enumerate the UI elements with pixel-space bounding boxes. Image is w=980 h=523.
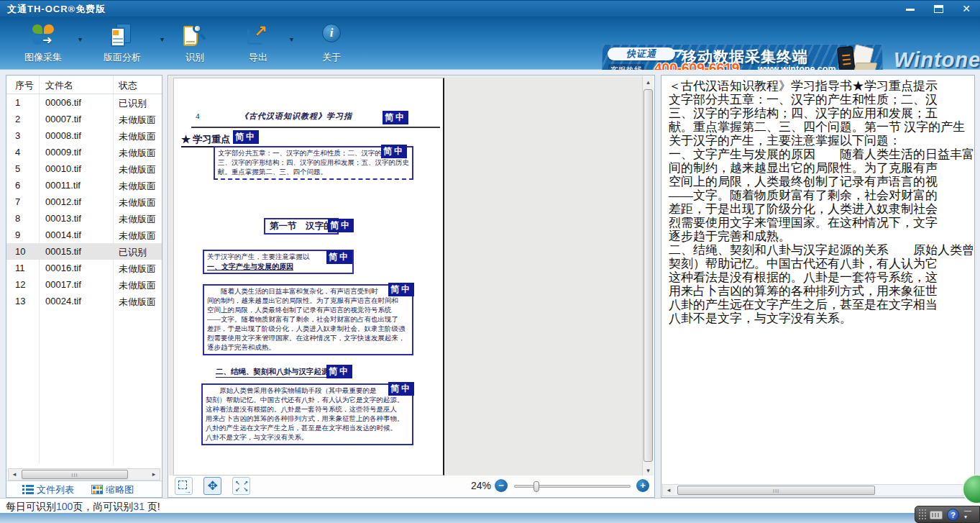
scrollbar-thumb[interactable] — [677, 486, 875, 495]
scan-line: 烈需要使用文字来管理国家。在这种情况下，文字快速发展起来， — [207, 334, 409, 343]
ocr-line: 空间上的局限，人类最终创制了记录有声语言的视 — [669, 175, 938, 188]
ocr-line: 一、文字产生与发展的原因 — [669, 147, 815, 161]
title-bar[interactable]: 文通TH-OCR®免费版 ✕ — [0, 0, 980, 17]
file-row[interactable]: 1300024.tif未做版面 — [6, 293, 162, 309]
scroll-up-icon[interactable]: ▴ — [643, 76, 654, 88]
file-row[interactable]: 200007.tif未做版面 — [6, 111, 162, 127]
file-name: 00013.tif — [45, 213, 81, 224]
image-capture-label: 图像采集 — [16, 51, 70, 64]
page-heading2: 二、结绳、契刻和八卦与汉字起源 — [216, 367, 329, 378]
ocr-result-panel: ＜古代汉语知识教程》学习指导书★学习重点提示文字部分共五章：一、汉字的产生和性质… — [661, 75, 975, 498]
file-no: 1 — [15, 97, 20, 108]
file-row[interactable]: 1000015.tif已识别 — [6, 243, 162, 260]
ocr-region[interactable]: 原始人类曾采用各种实物辅助手段（其中最重要的是契刻）帮助记忆。中国古代还有八卦，… — [201, 383, 413, 445]
ocr-line: 三、汉字的字形结构；四、汉字的应用和发展；五 — [669, 106, 938, 120]
scroll-left-icon[interactable]: ◂ — [663, 485, 674, 496]
scroll-down-icon[interactable]: ▾ — [643, 465, 654, 476]
app-title: 文通TH-OCR®免费版 — [7, 3, 106, 16]
help-icon[interactable]: ? — [947, 509, 959, 521]
about-button[interactable]: i 关于 — [308, 22, 355, 67]
ocr-line: 逐步趋于完善和成熟。 — [669, 229, 791, 243]
file-name: 00024.tif — [45, 296, 81, 306]
scroll-left-icon[interactable]: ◂ — [9, 469, 20, 480]
file-status: 未做版面 — [119, 163, 156, 176]
thumbnail-grid-icon — [91, 485, 103, 494]
document-page[interactable]: 4 《古代汉语知识教程》学习指 简中 ★ 学习重点 简中 文字部分共五章：一、汉… — [173, 78, 444, 476]
file-table-body: 100006.tif已识别200007.tif未做版面300008.tif未做版… — [6, 94, 162, 309]
scroll-right-icon[interactable]: ▸ — [148, 469, 160, 480]
region-type-label: 简中 — [383, 111, 408, 124]
ocr-line: 烈需要使用文字来管理国家。在这种情况下，文字 — [669, 216, 938, 229]
tab-thumbnails[interactable]: 缩略图 — [91, 483, 134, 497]
image-capture-button[interactable]: ➜ 图像采集 ▾ — [16, 22, 70, 67]
ocr-text-area[interactable]: ＜古代汉语知识教程》学习指导书★学习重点提示文字部分共五章：一、汉字的产生和性质… — [662, 76, 974, 483]
file-row[interactable]: 900014.tif未做版面 — [6, 227, 162, 243]
ocr-line: 用来占卜吉凶的算筹的各种排列方式，用来象征世 — [669, 284, 938, 298]
file-status: 已识别 — [119, 246, 147, 259]
layout-analysis-button[interactable]: 版面分析 ▾ — [93, 22, 151, 67]
tab-file-list[interactable]: 文件列表 — [22, 483, 74, 497]
zoom-in-button[interactable]: + — [636, 479, 649, 492]
ad-brand-logo: 快证通 — [608, 47, 675, 60]
file-row[interactable]: 100006.tif已识别 — [6, 94, 162, 111]
minimize-button[interactable] — [900, 2, 920, 16]
fit-to-window-button[interactable]: ↖↗ ↙↘ — [232, 477, 250, 495]
scrollbar-thumb[interactable] — [644, 89, 653, 462]
about-info-icon: i — [322, 24, 341, 42]
file-row[interactable]: 600011.tif未做版面 — [6, 177, 162, 194]
preview-vscrollbar[interactable]: ▴ ▾ — [642, 76, 654, 476]
page-section-title[interactable]: 第一节 汉字的 — [264, 218, 339, 235]
scan-line: 随着人类生活的日益丰富和复杂化，有声语言受到时 — [207, 287, 409, 296]
column-header-filename[interactable]: 文件名 — [45, 79, 73, 92]
file-row[interactable]: 500010.tif未做版面 — [6, 160, 162, 177]
export-dropdown-icon[interactable]: ▾ — [290, 35, 293, 43]
file-row[interactable]: 300008.tif未做版面 — [6, 127, 162, 144]
file-no: 12 — [15, 279, 25, 290]
close-button[interactable]: ✕ — [956, 2, 976, 16]
ocr-region[interactable]: 随着人类生活的日益丰富和复杂化，有声语言受到时间的制约，越来越显出它的局限性。为… — [203, 284, 413, 355]
file-list-hscrollbar[interactable]: ◂ ▸ — [8, 468, 160, 481]
scrollbar-thumb[interactable] — [22, 470, 128, 479]
layout-analysis-label: 版面分析 — [93, 51, 151, 64]
workspace: 序号 文件名 状态 100006.tif已识别200007.tif未做版面300… — [0, 70, 980, 498]
ocr-line: 原始人类曾采用各种实物辅助手段（其中最重 — [889, 243, 974, 257]
file-row[interactable]: 800013.tif未做版面 — [6, 210, 162, 227]
file-row[interactable]: 1100016.tif未做版面 — [6, 260, 162, 276]
file-panel-tabs: 文件列表 缩略图 — [6, 481, 162, 497]
region-type-label: 简中 — [233, 130, 259, 144]
preview-viewport[interactable]: 4 《古代汉语知识教程》学习指 简中 ★ 学习重点 简中 文字部分共五章：一、汉… — [169, 76, 643, 476]
file-name: 00010.tif — [45, 163, 81, 174]
file-row[interactable]: 1200017.tif未做版面 — [6, 276, 162, 293]
select-region-button[interactable]: → — [175, 477, 193, 495]
zoom-out-button[interactable]: − — [495, 479, 508, 492]
page-header-title: 《古代汉语知识教程》学习指 — [240, 111, 352, 122]
export-button[interactable]: ↗ 导出 ▾ — [234, 22, 282, 67]
file-no: 8 — [15, 213, 20, 224]
scan-line: 这种看法是没有根据的。八卦是一套符号系统，这些符号是巫人 — [206, 405, 409, 414]
language-bar[interactable]: ? — ▾ — [915, 506, 980, 523]
column-header-no[interactable]: 序号 — [15, 79, 34, 92]
recognize-button[interactable]: 识别 — [173, 22, 217, 67]
image-capture-dropdown-icon[interactable]: ▾ — [78, 35, 82, 43]
layout-analysis-dropdown-icon[interactable]: ▾ — [160, 35, 164, 43]
window-bottom-border — [0, 513, 980, 523]
scan-line: 八卦的产生远在文字产生之后，甚至是在文字相当发达的时候。 — [206, 424, 409, 433]
zoom-slider-thumb[interactable] — [533, 481, 539, 492]
zoom-slider[interactable] — [514, 485, 631, 488]
ocr-hscrollbar[interactable]: ◂ ▸ — [662, 484, 974, 496]
tab-file-list-label: 文件列表 — [37, 483, 74, 496]
column-header-status[interactable]: 状态 — [119, 79, 137, 92]
langbar-grip[interactable] — [918, 509, 927, 521]
region-type-label: 简中 — [328, 219, 354, 232]
main-toolbar: ➜ 图像采集 ▾ 版面分析 ▾ 识别 ↗ 导出 ▾ i 关于 快证通 移动数据采… — [0, 17, 980, 70]
langbar-options-icon[interactable]: ▾ — [964, 514, 967, 520]
file-row[interactable]: 400009.tif未做版面 — [6, 144, 162, 160]
maximize-button[interactable] — [928, 2, 948, 16]
pan-tool-button[interactable]: ✥ — [203, 477, 221, 495]
scan-line: 间的制约，越来越显出它的局限性。为了克服有声语言在时间和 — [207, 296, 409, 306]
file-row[interactable]: 700012.tif未做版面 — [6, 194, 162, 210]
keyboard-icon[interactable] — [930, 511, 943, 519]
ocr-line: 间的制约，越来越显出它的局限性。为了克服有声 — [669, 161, 938, 175]
file-name: 00008.tif — [45, 130, 81, 141]
file-no: 3 — [15, 130, 20, 141]
